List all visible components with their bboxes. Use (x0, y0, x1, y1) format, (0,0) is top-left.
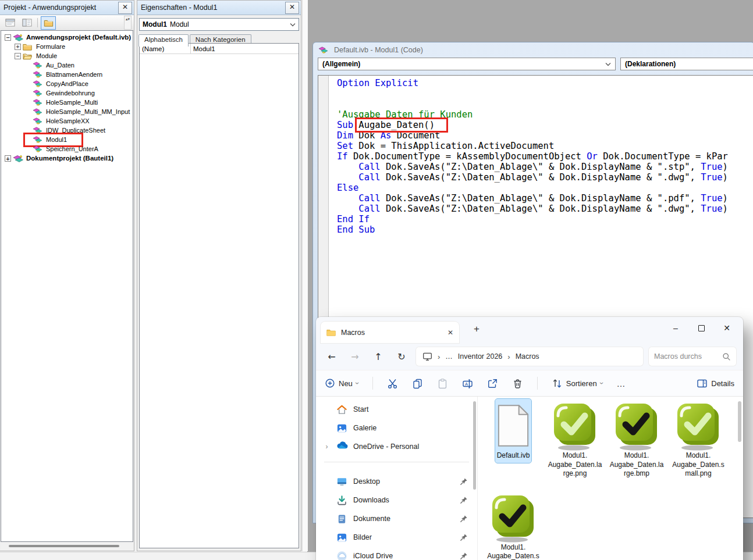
code-line: Set Dok = ThisApplication.ActiveDocument (337, 141, 753, 151)
view-object-icon[interactable] (19, 16, 34, 30)
property-value[interactable]: Modul1 (191, 45, 299, 52)
sort-button[interactable]: Sortieren › (552, 378, 603, 389)
tab-alphabetisch[interactable]: Alphabetisch (138, 34, 189, 47)
breadcrumb-inventor-2026[interactable]: Inventor 2026 (458, 352, 502, 361)
paste-button[interactable] (437, 378, 448, 389)
pictures-icon (336, 532, 347, 543)
icloud-icon (336, 551, 347, 560)
refresh-icon[interactable]: ↻ (393, 351, 410, 362)
file-tile-modul1-augabe-daten-s[interactable]: Modul1.Augabe_Daten.s (482, 491, 544, 560)
sidebar-item-label: OneDrive - Personal (353, 443, 477, 451)
tree-item-holesample-multi[interactable]: HoleSample_Multi (1, 98, 133, 107)
tree-item-modul1[interactable]: Modul1 (1, 135, 133, 144)
object-selector-dropdown[interactable]: Modul1 Modul (139, 18, 299, 31)
explorer-toolbar: Neu › A So (316, 370, 743, 397)
cut-button[interactable] (387, 378, 398, 389)
tree-item-au-daten[interactable]: Au_Daten (1, 60, 133, 70)
tab-close-icon[interactable]: ✕ (447, 329, 453, 337)
project-panel-title: Projekt - Anwendungsprojekt (3, 3, 118, 12)
code-token: Dok.SaveAs("Z:\Daten_Ablage\" & Dok.Disp… (381, 162, 701, 172)
file-tile-default-ivb[interactable]: Default.ivb (482, 399, 544, 463)
more-options-button[interactable]: … (617, 379, 626, 388)
forward-icon[interactable]: → (346, 351, 364, 362)
code-line: Call Dok.SaveAs("Z:\Daten_Ablage\" & Dok… (337, 172, 753, 183)
sidebar-item-label: Start (353, 405, 477, 413)
breadcrumb-macros[interactable]: Macros (516, 352, 539, 361)
view-code-icon[interactable] (2, 16, 17, 30)
share-button[interactable] (487, 378, 498, 389)
file-tile-modul1-augabe-daten-small-png[interactable]: Modul1.Augabe_Daten.small.png (667, 399, 729, 481)
file-name-line: Augabe_Daten.la (548, 461, 602, 470)
back-icon[interactable]: ← (323, 351, 340, 362)
collapse-icon[interactable]: − (15, 53, 21, 59)
file-tile-modul1-augabe-daten-large-bmp[interactable]: Modul1.Augabe_Daten.large.bmp (606, 399, 667, 481)
code-line: If Dok.DocumentType = kAssemblyDocumentO… (337, 151, 753, 162)
gallery-icon (336, 423, 347, 434)
sidebar-item-bilder[interactable]: Bilder (316, 528, 477, 547)
code-line (337, 99, 753, 109)
details-pane-button[interactable]: Details (697, 378, 734, 389)
sidebar-scrollbar[interactable] (473, 401, 476, 490)
procedure-dropdown[interactable]: (Deklarationen) (620, 58, 753, 70)
code-window-titlebar[interactable]: Default.ivb - Modul1 (Code) (313, 42, 753, 58)
copy-button[interactable] (412, 378, 423, 389)
close-icon[interactable]: ✕ (285, 2, 299, 14)
module-icon (33, 61, 43, 70)
tree-item-dokumentprojekt-bauteil1[interactable]: +Dokumentprojekt (Bauteil1) (1, 154, 133, 163)
tree-item-formulare[interactable]: +Formulare (1, 42, 133, 51)
object-dropdown-value: (Allgemein) (322, 60, 360, 68)
object-dropdown[interactable]: (Allgemein) (318, 58, 616, 70)
code-line (337, 88, 753, 99)
tree-item-gewindebohrung[interactable]: Gewindebohrung (1, 88, 133, 98)
search-box[interactable]: Macros durchs (649, 347, 736, 366)
sort-icon (552, 378, 563, 389)
breadcrumb-overflow[interactable]: … (445, 352, 453, 361)
new-button[interactable]: Neu › (325, 378, 358, 388)
tree-item-speichern-untera[interactable]: Speichern_UnterA (1, 144, 133, 154)
new-tab-button[interactable]: + (470, 323, 484, 335)
code-token: End If (337, 214, 370, 224)
sidebar-item-icloud-drive[interactable]: iCloud Drive (316, 547, 477, 560)
close-icon[interactable]: ✕ (118, 2, 132, 14)
tab-title: Macros (341, 329, 442, 337)
tree-item-holesamplexx[interactable]: HoleSampleXX (1, 116, 133, 126)
pin-icon (460, 477, 468, 486)
toggle-folders-icon[interactable] (41, 16, 56, 30)
explorer-tab-macros[interactable]: Macros ✕ (321, 322, 459, 343)
expand-icon[interactable]: + (15, 44, 21, 50)
content-scrollbar[interactable] (738, 401, 741, 442)
code-token: True (701, 172, 722, 183)
collapse-icon[interactable]: − (5, 34, 11, 41)
sidebar-item-downloads[interactable]: Downloads (316, 491, 477, 509)
scrollbar-thumb[interactable] (9, 545, 119, 547)
tree-item-label: Anwendungsprojekt (Default.ivb) (25, 34, 132, 41)
file-explorer-window: Macros ✕ + – ✕ ← → ↑ ↻ › … Inventor 2026… (316, 317, 743, 560)
tree-item-blattnamenaendern[interactable]: BlattnamenAendern (1, 70, 133, 79)
sidebar-item-desktop[interactable]: Desktop (316, 472, 477, 491)
minimize-button[interactable]: – (663, 318, 688, 338)
sidebar-item-dokumente[interactable]: Dokumente (316, 509, 477, 528)
properties-panel-titlebar[interactable]: Eigenschaften - Modul1 ✕ (137, 1, 301, 15)
maximize-button[interactable] (688, 318, 714, 338)
project-panel-titlebar[interactable]: Projekt - Anwendungsprojekt ✕ (0, 1, 134, 15)
file-tile-modul1-augabe-daten-large-png[interactable]: Modul1.Augabe_Daten.large.png (544, 399, 606, 481)
expand-icon[interactable]: + (5, 155, 11, 162)
explorer-content[interactable]: Default.ivbModul1.Augabe_Daten.large.png… (478, 397, 743, 560)
tree-item-module[interactable]: −Module (1, 51, 133, 60)
up-icon[interactable]: ↑ (370, 351, 387, 362)
horizontal-scrollbar[interactable] (1, 542, 133, 550)
sidebar-item-onedrive-personal[interactable]: ›OneDrive - Personal (316, 437, 477, 456)
sidebar-item-label: Galerie (353, 424, 477, 432)
address-bar[interactable]: › … Inventor 2026 › Macros (416, 347, 643, 366)
sidebar-item-galerie[interactable]: Galerie (316, 419, 477, 437)
sidebar-item-start[interactable]: Start (316, 400, 477, 419)
close-button[interactable]: ✕ (714, 318, 740, 338)
tree-item-holesample-multi-mm-input[interactable]: HoleSample_Multi_MM_Input (1, 107, 133, 116)
tree-item-copyandplace[interactable]: CopyAndPlace (1, 79, 133, 88)
panel-scroll-buttons[interactable]: ▴▾ (124, 16, 132, 30)
code-token: End Sub (337, 224, 375, 235)
tree-item-idw-duplicatesheet[interactable]: IDW_DuplicateSheet (1, 126, 133, 135)
delete-button[interactable] (512, 378, 523, 389)
rename-button[interactable]: A (462, 378, 473, 389)
tree-item-anwendungsprojekt-default-ivb[interactable]: −Anwendungsprojekt (Default.ivb) (1, 33, 133, 42)
